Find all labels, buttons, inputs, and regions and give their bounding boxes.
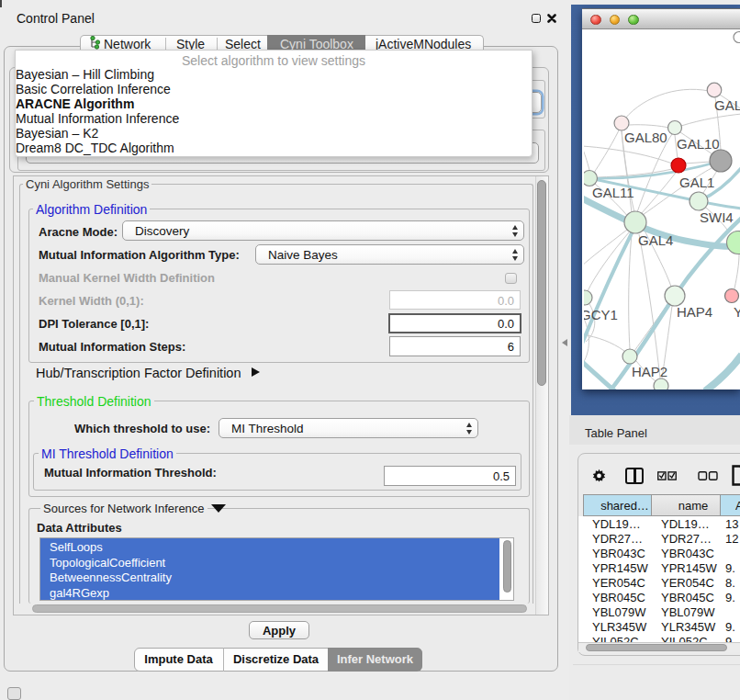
svg-text:HAP4: HAP4 <box>677 304 712 320</box>
svg-text:GAL10: GAL10 <box>677 136 720 152</box>
svg-text:GAL4: GAL4 <box>638 232 673 248</box>
svg-text:GAL80: GAL80 <box>624 130 667 145</box>
svg-text:SWI4: SWI4 <box>700 209 734 225</box>
svg-text:GAL: GAL <box>714 97 740 113</box>
svg-text:GCY1: GCY1 <box>584 307 618 322</box>
svg-text:GAL1: GAL1 <box>679 175 714 190</box>
svg-text:GAL11: GAL11 <box>592 185 634 200</box>
svg-text:Y: Y <box>734 304 740 320</box>
svg-text:HAP2: HAP2 <box>632 364 667 379</box>
